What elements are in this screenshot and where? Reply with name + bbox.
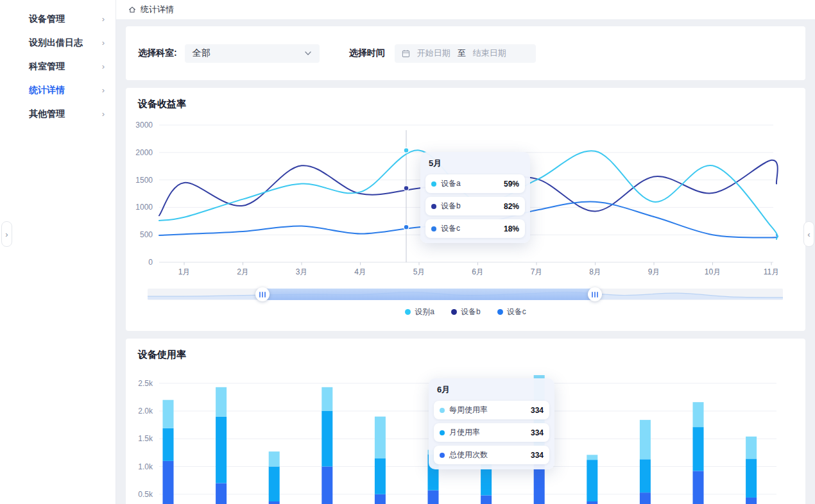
- bar-segment[interactable]: [163, 400, 174, 428]
- sidebar-item-label: 设备管理: [29, 13, 65, 25]
- tooltip-series-name: 总使用次数: [449, 449, 531, 460]
- bar-segment[interactable]: [322, 411, 332, 467]
- x-axis-label: 5月: [413, 267, 425, 276]
- bar-segment[interactable]: [216, 387, 227, 417]
- panel-collapse-handle[interactable]: ‹: [803, 221, 814, 247]
- usage-chart-card: 设备使用率 0.5k1.0k1.5k2.0k2.5k 6月 每周使用率334月使…: [126, 339, 805, 504]
- bar-segment[interactable]: [693, 402, 704, 427]
- legend-item[interactable]: 设别a: [405, 307, 434, 317]
- time-label: 选择时间: [349, 47, 385, 59]
- date-end-placeholder[interactable]: 结束日期: [473, 47, 506, 59]
- bar-segment[interactable]: [481, 495, 492, 504]
- bar-segment[interactable]: [216, 417, 227, 483]
- sidebar-item-label: 统计详情: [29, 85, 65, 96]
- chevron-right-icon: ›: [102, 14, 105, 24]
- date-start-placeholder[interactable]: 开始日期: [417, 47, 450, 59]
- datazoom-slider[interactable]: [148, 289, 783, 300]
- bar-segment[interactable]: [428, 491, 439, 504]
- sidebar-item[interactable]: 其他管理›: [0, 102, 116, 126]
- bar-segment[interactable]: [640, 459, 651, 492]
- bar-segment[interactable]: [375, 417, 386, 458]
- x-axis-label: 6月: [472, 267, 484, 276]
- series-dot-icon: [431, 226, 436, 231]
- bar-segment[interactable]: [216, 483, 227, 504]
- bar-segment[interactable]: [746, 458, 757, 498]
- tooltip-series-name: 月使用率: [449, 427, 531, 438]
- bar-segment[interactable]: [693, 427, 704, 471]
- legend-label: 设备c: [507, 307, 526, 317]
- y-axis-label: 2000: [135, 148, 153, 157]
- sidebar-expand-handle[interactable]: ›: [1, 221, 12, 247]
- tooltip-series-name: 设备c: [441, 223, 504, 234]
- datazoom-handle-right[interactable]: [588, 287, 602, 301]
- chevron-right-icon: ›: [102, 109, 105, 119]
- bar-segment[interactable]: [587, 460, 597, 501]
- department-select-value: 全部: [193, 47, 210, 59]
- bar-segment[interactable]: [322, 387, 332, 411]
- bar-segment[interactable]: [640, 420, 651, 459]
- y-axis-label: 1.0k: [138, 462, 153, 471]
- bar-segment[interactable]: [587, 501, 597, 504]
- bar-chart-tooltip: 6月 每周使用率334月使用率334总使用次数334: [429, 378, 554, 469]
- tooltip-row: 总使用次数334: [434, 446, 549, 464]
- line-chart-tooltip: 5月 设备a59%设备b82%设备c18%: [420, 152, 530, 243]
- bar-segment[interactable]: [640, 492, 651, 504]
- tooltip-row: 月使用率334: [434, 423, 549, 442]
- bar-segment[interactable]: [587, 455, 597, 460]
- filter-row: 选择科室: 全部 选择时间 开始日期 至 结束日期: [126, 26, 805, 80]
- revenue-chart-card: 设备收益率 300020001500100050001月2月3月4月5月6月7月…: [126, 88, 805, 331]
- series-dot-icon: [431, 204, 436, 209]
- chart-legend: 设别a设备b设备c: [126, 307, 805, 317]
- tooltip-title: 6月: [437, 384, 549, 396]
- tooltip-series-name: 每周使用率: [449, 405, 531, 416]
- department-select[interactable]: 全部: [185, 44, 320, 63]
- y-axis-label: 500: [140, 230, 153, 239]
- bar-segment[interactable]: [746, 498, 757, 504]
- y-axis-label: 2.0k: [138, 407, 153, 416]
- tooltip-rows: 设备a59%设备b82%设备c18%: [425, 174, 525, 238]
- bar-segment[interactable]: [322, 467, 332, 504]
- series-dot-icon: [431, 181, 436, 187]
- sidebar-item[interactable]: 统计详情›: [0, 78, 116, 102]
- usage-chart-title: 设备使用率: [138, 349, 186, 361]
- tooltip-row: 设备b82%: [425, 197, 525, 215]
- sidebar-item[interactable]: 设别出借日志›: [0, 31, 116, 55]
- tooltip-series-value: 334: [531, 428, 544, 437]
- bar-segment[interactable]: [746, 437, 757, 459]
- legend-dot-icon: [451, 309, 457, 315]
- legend-label: 设别a: [415, 307, 434, 317]
- datazoom-selection[interactable]: [262, 289, 595, 300]
- tooltip-series-value: 334: [531, 451, 544, 460]
- legend-item[interactable]: 设备b: [451, 307, 481, 317]
- home-icon[interactable]: [128, 5, 137, 14]
- sidebar-item-label: 设别出借日志: [29, 37, 83, 49]
- y-axis-label: 1.5k: [138, 434, 153, 443]
- department-label: 选择科室:: [138, 47, 177, 59]
- sidebar-item-label: 其他管理: [29, 108, 65, 120]
- bar-segment[interactable]: [269, 501, 280, 504]
- sidebar-item[interactable]: 科室管理›: [0, 55, 116, 78]
- bar-segment[interactable]: [269, 451, 280, 466]
- bar-segment[interactable]: [163, 428, 174, 461]
- legend-dot-icon: [497, 309, 503, 315]
- x-axis-label: 1月: [178, 267, 191, 276]
- x-axis-label: 2月: [237, 267, 249, 276]
- bar-segment[interactable]: [375, 494, 386, 504]
- sidebar-item[interactable]: 设备管理›: [0, 7, 116, 31]
- bar-segment[interactable]: [693, 471, 704, 504]
- y-axis-label: 0.5k: [138, 490, 153, 499]
- legend-item[interactable]: 设备c: [497, 307, 526, 317]
- datazoom-handle-left[interactable]: [255, 287, 270, 301]
- tooltip-title: 5月: [429, 158, 525, 169]
- tooltip-row: 每周使用率334: [434, 401, 549, 419]
- x-axis-label: 4月: [354, 267, 366, 276]
- x-axis-label: 10月: [705, 267, 721, 276]
- tooltip-row: 设备a59%: [425, 174, 525, 193]
- date-range-picker[interactable]: 开始日期 至 结束日期: [395, 44, 536, 63]
- chevron-right-icon: ›: [102, 38, 105, 47]
- date-range-separator: 至: [458, 47, 466, 59]
- bar-segment[interactable]: [269, 467, 280, 501]
- tooltip-rows: 每周使用率334月使用率334总使用次数334: [434, 401, 549, 464]
- bar-segment[interactable]: [163, 461, 174, 504]
- bar-segment[interactable]: [375, 458, 386, 494]
